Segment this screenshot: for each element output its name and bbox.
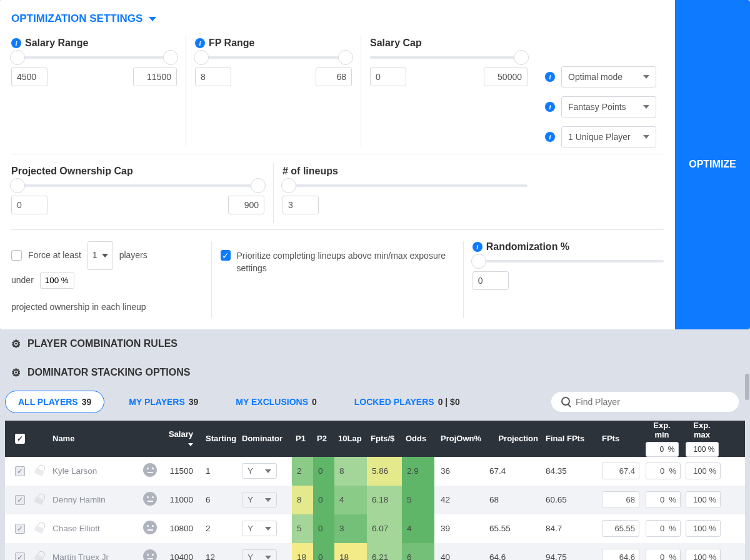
fpts-input[interactable] bbox=[602, 462, 639, 479]
col-p1[interactable]: P1 bbox=[292, 434, 313, 443]
row-checkbox[interactable]: ✓ bbox=[15, 495, 25, 505]
tab-my-players[interactable]: MY PLAYERS39 bbox=[116, 391, 211, 413]
proj-own-cap-slider[interactable] bbox=[11, 184, 264, 187]
salary-cap-max[interactable] bbox=[484, 68, 528, 86]
col-fpts[interactable]: FPts bbox=[598, 434, 642, 443]
cell-starting: 12 bbox=[197, 552, 238, 560]
optimal-mode-select[interactable]: Optimal mode bbox=[561, 66, 656, 88]
optimize-button[interactable]: OPTIMIZE bbox=[675, 0, 750, 329]
exp-min-input[interactable] bbox=[646, 462, 681, 479]
row-checkbox[interactable]: ✓ bbox=[15, 552, 25, 560]
info-icon: i bbox=[195, 38, 205, 48]
row-checkbox[interactable]: ✓ bbox=[15, 466, 25, 476]
cell-fpts-per-dollar: 6.18 bbox=[367, 486, 402, 514]
optimization-settings-label: OPTIMIZATION SETTINGS bbox=[11, 12, 142, 25]
randomization-input[interactable] bbox=[472, 271, 509, 290]
fpts-input[interactable] bbox=[602, 491, 639, 508]
col-projection[interactable]: Projection bbox=[486, 434, 542, 443]
cell-final-fpts: 84.35 bbox=[542, 466, 598, 476]
fpts-input[interactable] bbox=[602, 549, 639, 560]
col-exp-max[interactable]: Exp. max bbox=[682, 421, 722, 457]
chevron-down-icon bbox=[265, 527, 271, 531]
chevron-down-icon bbox=[102, 254, 108, 258]
table-header: ✓ Name Salary Starting Dominator P1 P2 1… bbox=[5, 421, 745, 457]
num-lineups-input[interactable] bbox=[282, 196, 319, 214]
randomization-slider[interactable] bbox=[472, 260, 664, 262]
salary-range-max[interactable] bbox=[133, 68, 177, 86]
face-icon bbox=[143, 521, 157, 534]
col-exp-min[interactable]: Exp. min bbox=[642, 421, 682, 457]
cell-projection: 68 bbox=[486, 495, 542, 504]
dominator-stacking-toggle[interactable]: DOMINATOR STACKING OPTIONS bbox=[0, 358, 750, 387]
force-count-select[interactable]: 1 bbox=[88, 241, 113, 270]
info-icon: i bbox=[472, 242, 482, 252]
row-checkbox[interactable]: ✓ bbox=[15, 524, 25, 534]
fp-range-min[interactable] bbox=[195, 68, 231, 86]
player-name: Martin Truex Jr bbox=[49, 552, 139, 560]
force-pct-input[interactable] bbox=[40, 272, 74, 289]
chevron-down-icon bbox=[265, 556, 271, 559]
col-salary[interactable]: Salary bbox=[159, 429, 197, 448]
fp-range-max[interactable] bbox=[316, 68, 352, 86]
cell-starting: 1 bbox=[197, 466, 238, 476]
tab-all-players[interactable]: ALL PLAYERS39 bbox=[5, 391, 104, 413]
lock-icon[interactable] bbox=[33, 550, 46, 560]
col-starting[interactable]: Starting bbox=[197, 434, 238, 443]
dominator-select[interactable]: Y bbox=[242, 492, 277, 508]
fpts-input[interactable] bbox=[602, 520, 639, 537]
cell-starting: 6 bbox=[197, 495, 238, 504]
exp-min-input[interactable] bbox=[646, 491, 681, 508]
proj-own-cap-min[interactable] bbox=[11, 196, 48, 214]
tab-my-exclusions[interactable]: MY EXCLUSIONS0 bbox=[222, 391, 329, 413]
dominator-select[interactable]: Y bbox=[242, 521, 277, 536]
proj-own-cap-max[interactable] bbox=[228, 196, 264, 214]
col-proj-own[interactable]: ProjOwn% bbox=[434, 434, 486, 443]
select-all-checkbox[interactable]: ✓ bbox=[15, 434, 25, 444]
player-combination-rules-toggle[interactable]: PLAYER COMBINATION RULES bbox=[0, 329, 750, 358]
cell-p1: 2 bbox=[292, 457, 313, 486]
num-lineups-slider[interactable] bbox=[282, 184, 528, 187]
lock-icon[interactable] bbox=[33, 492, 46, 506]
exp-max-input[interactable] bbox=[686, 549, 721, 560]
lock-icon[interactable] bbox=[33, 521, 46, 534]
exp-max-input[interactable] bbox=[686, 462, 721, 479]
sort-caret-icon bbox=[188, 443, 193, 446]
col-odds[interactable]: Odds bbox=[402, 434, 434, 443]
col-name[interactable]: Name bbox=[49, 434, 139, 443]
search-box[interactable] bbox=[551, 392, 739, 412]
cell-proj-own: 39 bbox=[434, 524, 486, 533]
dominator-select[interactable]: Y bbox=[242, 463, 277, 479]
salary-cap-slider[interactable] bbox=[370, 56, 528, 59]
exp-max-input[interactable] bbox=[686, 520, 721, 537]
unique-player-select[interactable]: 1 Unique Player bbox=[561, 126, 656, 148]
chevron-down-icon bbox=[643, 75, 649, 79]
optimization-settings-toggle[interactable]: OPTIMIZATION SETTINGS bbox=[11, 6, 664, 35]
randomization-label: Randomization % bbox=[486, 241, 569, 252]
scrollbar-thumb[interactable] bbox=[745, 374, 749, 400]
lock-icon[interactable] bbox=[33, 464, 46, 477]
exp-min-input[interactable] bbox=[646, 520, 681, 537]
col-10lap[interactable]: 10Lap bbox=[334, 434, 367, 443]
chevron-down-icon bbox=[643, 135, 649, 139]
exp-min-header-input[interactable] bbox=[646, 442, 679, 457]
col-p2[interactable]: P2 bbox=[313, 434, 334, 443]
dominator-select[interactable]: Y bbox=[242, 549, 277, 560]
salary-range-slider[interactable] bbox=[11, 56, 177, 59]
player-name: Chase Elliott bbox=[49, 524, 139, 533]
salary-range-min[interactable] bbox=[11, 68, 48, 86]
search-input[interactable] bbox=[576, 397, 729, 407]
prioritize-checkbox[interactable]: ✓ bbox=[221, 250, 230, 261]
force-at-least-checkbox[interactable] bbox=[11, 250, 22, 261]
fp-range-slider[interactable] bbox=[195, 56, 352, 59]
col-final-fpts[interactable]: Final FPts bbox=[542, 434, 598, 443]
exp-max-header-input[interactable] bbox=[686, 442, 719, 457]
salary-cap-min[interactable] bbox=[370, 68, 406, 86]
tab-locked-players[interactable]: LOCKED PLAYERS0 | $0 bbox=[341, 391, 473, 413]
exp-min-input[interactable] bbox=[646, 549, 681, 560]
col-fpts-per-dollar[interactable]: Fpts/$ bbox=[367, 434, 402, 443]
col-dominator[interactable]: Dominator bbox=[238, 434, 292, 443]
metric-select[interactable]: Fantasy Points bbox=[561, 96, 656, 118]
exp-max-input[interactable] bbox=[686, 491, 721, 508]
player-name: Denny Hamlin bbox=[49, 495, 139, 504]
table-row: ✓Martin Truex Jr1040012Y180186.2164064.6… bbox=[5, 543, 745, 560]
